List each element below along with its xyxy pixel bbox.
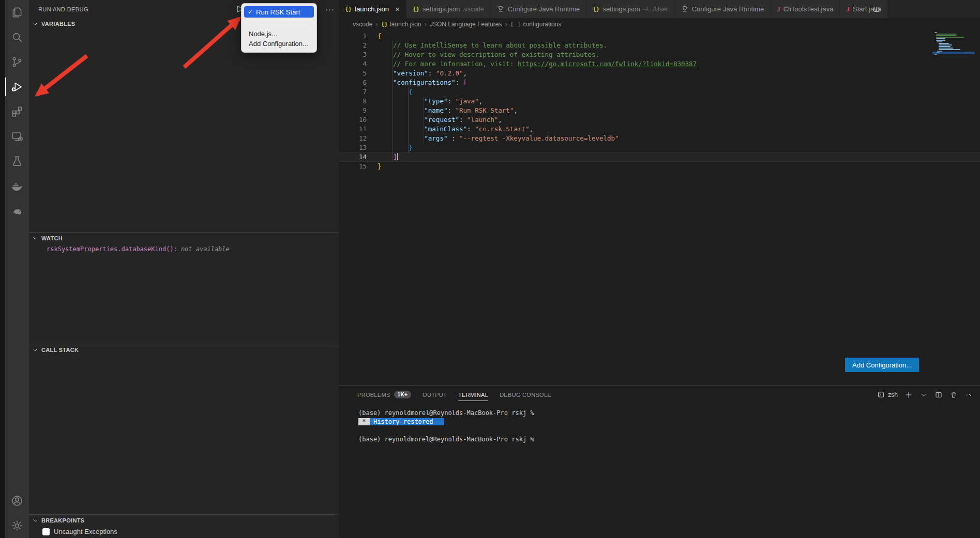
split-terminal-icon[interactable] xyxy=(934,391,943,399)
terminal-output[interactable]: (base) reynoldmorel@Reynolds-MacBook-Pro… xyxy=(339,404,980,444)
call-stack-section-header[interactable]: CALL STACK xyxy=(29,344,339,356)
menu-item-add-configuration-[interactable]: Add Configuration... xyxy=(244,39,314,49)
activity-item-source-control[interactable] xyxy=(5,50,29,74)
run-and-debug-icon xyxy=(10,80,24,94)
panel-tab-debug-console[interactable]: DEBUG CONSOLE xyxy=(500,386,551,404)
activity-item-run-and-debug[interactable] xyxy=(5,74,29,99)
line-number[interactable]: 13 xyxy=(339,143,367,152)
new-terminal-button[interactable] xyxy=(904,391,913,399)
activity-item-account[interactable] xyxy=(5,488,29,513)
line-number[interactable]: 7 xyxy=(339,87,367,97)
code-line-12[interactable]: 12"args" : "--regtest -Xkeyvalue.datasou… xyxy=(339,134,980,143)
activity-item-search[interactable] xyxy=(5,25,29,50)
tab-launch-json[interactable]: {}launch.json× xyxy=(339,0,406,18)
code-line-5[interactable]: 5"version": "0.2.0", xyxy=(339,69,980,78)
code-line-7[interactable]: 7{ xyxy=(339,87,980,97)
breakpoints-section-header[interactable]: BREAKPOINTS xyxy=(29,515,339,526)
line-number[interactable]: 10 xyxy=(339,115,367,125)
terminal-profile-dropdown-icon[interactable] xyxy=(919,391,928,399)
activity-item-docker[interactable] xyxy=(5,174,29,198)
watch-section-title: WATCH xyxy=(41,235,63,241)
json-braces-icon: {} xyxy=(413,6,419,12)
line-number[interactable]: 15 xyxy=(339,162,367,171)
activity-item-remote-explorer[interactable] xyxy=(5,124,29,149)
code-line-6[interactable]: 6"configurations": [ xyxy=(339,78,980,87)
breadcrumb-item-json-language-features[interactable]: JSON Language Features xyxy=(430,21,502,28)
panel-tab-output[interactable]: OUTPUT xyxy=(423,386,447,404)
line-content: // For more information, visit: https://… xyxy=(367,59,697,69)
activity-item-extensions[interactable] xyxy=(5,99,29,124)
uncaught-exceptions-checkbox[interactable] xyxy=(42,528,50,535)
menu-item-node-js-[interactable]: Node.js... xyxy=(244,29,314,39)
line-number[interactable]: 12 xyxy=(339,134,367,143)
line-number[interactable]: 4 xyxy=(339,59,367,69)
code-area[interactable]: 1{2// Use IntelliSense to learn about po… xyxy=(339,32,980,171)
line-number[interactable]: 6 xyxy=(339,78,367,87)
code-line-4[interactable]: 4// For more information, visit: https:/… xyxy=(339,59,980,69)
code-line-2[interactable]: 2// Use IntelliSense to learn about poss… xyxy=(339,41,980,50)
breadcrumb-item--vscode[interactable]: .vscode xyxy=(351,21,372,28)
close-icon[interactable]: × xyxy=(395,5,400,13)
watch-expression-row[interactable]: rskSystemProperties.databaseKind():not a… xyxy=(29,244,339,253)
tab-configure-java-runtime[interactable]: Configure Java Runtime xyxy=(675,0,771,18)
tab-settings-json[interactable]: {}settings.json~/.../User xyxy=(586,0,675,18)
code-line-11[interactable]: 11"mainClass": "co.rsk.Start", xyxy=(339,125,980,134)
breadcrumb-item-configurations[interactable]: [ ]configurations xyxy=(510,21,562,28)
indent-guide xyxy=(378,143,393,152)
activity-item-gradle[interactable] xyxy=(5,198,29,223)
activity-item-testing[interactable] xyxy=(5,149,29,174)
tab-start-java[interactable]: JStart.java xyxy=(840,0,887,18)
editor-group: {}launch.json×{}settings.json.vscodeConf… xyxy=(339,0,980,538)
tab-clitoolstest-java[interactable]: JCliToolsTest.java xyxy=(771,0,840,18)
line-number[interactable]: 3 xyxy=(339,50,367,59)
line-number[interactable]: 14 xyxy=(339,152,367,162)
terminal-shell-button[interactable]: zsh xyxy=(877,391,898,398)
code-line-3[interactable]: 3// Hover to view descriptions of existi… xyxy=(339,50,980,59)
sidebar-title: RUN AND DEBUG xyxy=(38,6,88,12)
breadcrumb-item-launch-json[interactable]: {}launch.json xyxy=(381,21,421,28)
editor-tabs: {}launch.json×{}settings.json.vscodeConf… xyxy=(339,0,888,18)
indent-guide xyxy=(378,106,393,115)
tab-label: settings.json xyxy=(602,5,640,13)
code-line-14[interactable]: 14] xyxy=(339,152,980,162)
line-number[interactable]: 1 xyxy=(339,32,367,41)
panel-tab-problems[interactable]: PROBLEMS1K+ xyxy=(357,386,411,404)
tab-label: Configure Java Runtime xyxy=(508,5,580,13)
editor-body[interactable]: 1{2// Use IntelliSense to learn about po… xyxy=(339,30,980,385)
terminal-line: * History restored xyxy=(358,418,980,426)
breadcrumb-label: launch.json xyxy=(390,21,421,28)
more-actions-icon[interactable]: ··· xyxy=(325,7,335,12)
line-number[interactable]: 2 xyxy=(339,41,367,50)
menu-item-run-rsk-start[interactable]: ✓ Run RSK Start xyxy=(244,6,314,18)
code-line-15[interactable]: 15} xyxy=(339,162,980,171)
line-number[interactable]: 5 xyxy=(339,69,367,78)
watch-section-header[interactable]: WATCH xyxy=(29,233,339,244)
panel-tab-terminal[interactable]: TERMINAL xyxy=(458,386,488,404)
source-control-icon xyxy=(10,55,24,69)
search-icon xyxy=(10,30,24,44)
code-line-9[interactable]: 9"name": "Run RSK Start", xyxy=(339,106,980,115)
line-number[interactable]: 8 xyxy=(339,97,367,106)
java-file-icon: J xyxy=(777,5,780,13)
line-content: "type": "java", xyxy=(367,97,483,106)
maximize-panel-icon[interactable] xyxy=(964,391,973,399)
activity-item-explorer[interactable] xyxy=(5,0,29,25)
code-line-1[interactable]: 1{ xyxy=(339,32,980,41)
line-content: "name": "Run RSK Start", xyxy=(367,106,518,115)
code-line-8[interactable]: 8"type": "java", xyxy=(339,97,980,106)
code-line-13[interactable]: 13} xyxy=(339,143,980,152)
minimap[interactable] xyxy=(934,32,972,55)
tab-settings-json[interactable]: {}settings.json.vscode xyxy=(406,0,491,18)
minimap-line xyxy=(936,40,945,41)
text-cursor xyxy=(397,153,398,160)
line-number[interactable]: 11 xyxy=(339,125,367,134)
panel-tab-label: OUTPUT xyxy=(423,392,447,398)
settings-icon xyxy=(10,519,24,532)
add-configuration-button[interactable]: Add Configuration... xyxy=(845,358,919,372)
split-editor-icon[interactable] xyxy=(872,5,881,13)
kill-terminal-icon[interactable] xyxy=(949,391,958,399)
line-number[interactable]: 9 xyxy=(339,106,367,115)
tab-configure-java-runtime[interactable]: Configure Java Runtime xyxy=(491,0,586,18)
code-line-10[interactable]: 10"request": "launch", xyxy=(339,115,980,125)
activity-item-settings[interactable] xyxy=(5,513,29,538)
